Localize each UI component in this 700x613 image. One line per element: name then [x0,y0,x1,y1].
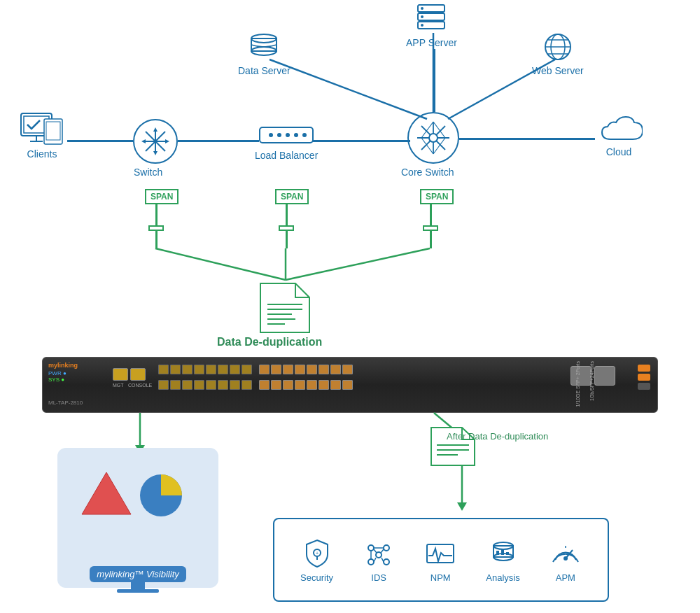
svg-marker-27 [165,139,169,143]
svg-point-29 [269,133,273,137]
svg-point-32 [294,133,298,137]
core-app-line [433,49,435,112]
svg-point-3 [421,7,424,10]
svg-text:+: + [315,551,318,556]
apm-label: APM [556,572,575,583]
span2-line-top [286,204,288,225]
visibility-box: mylinking™ Visibility [57,448,218,588]
npm-label: NPM [430,572,451,583]
svg-line-79 [382,558,384,562]
svg-point-31 [286,133,290,137]
dedup-icon [253,280,316,336]
after-dedup-label: After Data De-duplication [447,431,548,442]
svg-point-72 [384,545,389,551]
switch-label: Switch [134,167,162,178]
span1-line-top [155,204,158,225]
svg-rect-64 [117,589,159,593]
svg-line-48 [286,248,430,280]
span1-line-mid [155,231,158,248]
dedup-label: Data De-duplication [217,336,322,348]
svg-line-43 [270,59,427,119]
span3-line-mid [430,231,432,248]
span-badge-core: SPAN [420,189,454,204]
cloud-label: Cloud [606,146,632,157]
analysis-label: Analysis [486,572,519,583]
svg-rect-7 [251,38,276,51]
tap-device: mylinking PWR ● SYS ● MGT CONSOLE [42,357,658,413]
web-server-icon: Web Server [532,31,584,76]
app-server-label: APP Server [406,37,457,48]
svg-point-73 [368,559,374,565]
svg-line-81 [381,549,384,553]
svg-rect-87 [501,549,504,555]
svg-point-4 [421,15,424,18]
svg-marker-26 [141,139,146,143]
tool-npm: NPM [424,537,456,583]
span-badge-lb: SPAN [275,189,309,204]
svg-point-90 [564,556,568,561]
lb-core-line [312,140,410,142]
svg-point-71 [368,545,374,551]
tool-security: + Security [300,537,333,583]
load-balancer-label: Load Balancer [255,150,318,161]
span2-connector [279,225,294,231]
core-switch-label: Core Switch [401,167,454,178]
security-label: Security [300,572,333,583]
svg-rect-86 [496,551,499,555]
svg-point-30 [277,133,281,137]
svg-line-78 [374,558,376,562]
span2-line-mid [286,231,288,248]
data-server-label: Data Server [238,65,290,76]
svg-marker-25 [153,151,158,155]
span-badge-switch: SPAN [145,189,178,204]
clients-icon: Clients [18,112,66,160]
visibility-label: mylinking™ Visibility [90,566,186,582]
web-server-label: Web Server [532,65,584,76]
svg-line-46 [155,248,286,280]
span3-connector [423,225,438,231]
data-server-icon: Data Server [238,31,290,76]
core-switch-icon [407,112,459,164]
clients-switch-line [67,140,133,142]
svg-marker-60 [457,502,467,511]
svg-rect-88 [506,552,509,555]
span3-line-top [430,204,432,225]
ids-label: IDS [371,572,386,583]
tool-box: + Security IDS [273,518,609,602]
svg-point-33 [302,133,307,137]
svg-rect-18 [44,119,62,144]
svg-marker-61 [82,472,131,514]
app-server-icon: APP Server [406,3,457,48]
svg-line-80 [374,549,377,553]
clients-label: Clients [27,148,57,160]
svg-marker-24 [153,127,158,132]
main-diagram: APP Server Data Server Web Server Cloud [0,0,700,613]
core-cloud-line [459,138,595,140]
cloud-icon: Cloud [595,115,643,157]
tool-apm: APM [550,537,582,583]
switch-lb-line [178,140,259,142]
load-balancer-icon: Load Balancer [255,122,318,161]
tool-analysis: Analysis [486,537,519,583]
tool-ids: IDS [363,537,395,583]
svg-point-74 [384,559,389,565]
svg-point-42 [429,134,438,142]
span1-connector [148,225,164,231]
switch-icon [133,119,178,164]
svg-point-5 [421,24,424,27]
svg-point-75 [376,552,382,558]
device-model-label: ML-TAP-2810 [48,400,83,406]
